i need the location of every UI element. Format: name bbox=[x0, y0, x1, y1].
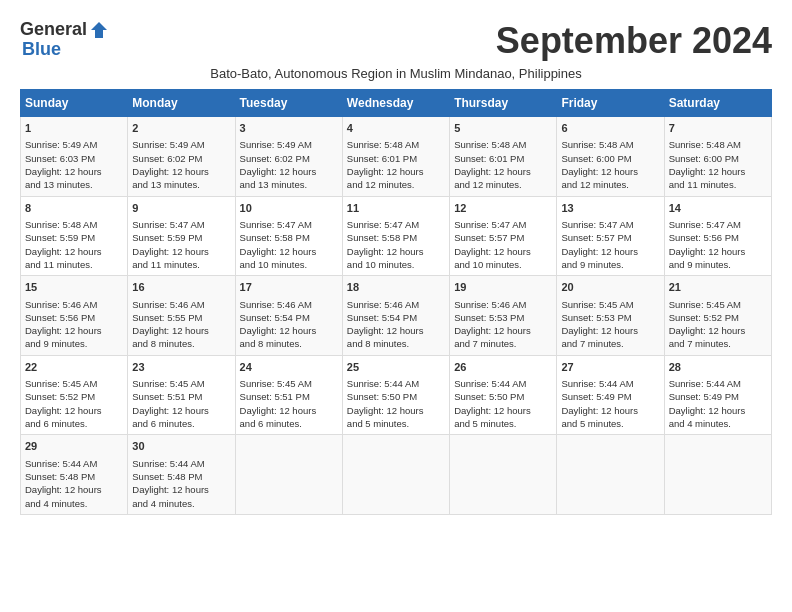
day-info-line: and 5 minutes. bbox=[347, 417, 445, 430]
day-info-line: and 6 minutes. bbox=[132, 417, 230, 430]
day-info-line: and 7 minutes. bbox=[561, 337, 659, 350]
day-info-line: Daylight: 12 hours bbox=[669, 404, 767, 417]
day-info-line: Sunrise: 5:47 AM bbox=[347, 218, 445, 231]
day-info-line: and 7 minutes. bbox=[454, 337, 552, 350]
day-number: 1 bbox=[25, 121, 123, 136]
day-info-line: Sunset: 5:51 PM bbox=[240, 390, 338, 403]
day-number: 12 bbox=[454, 201, 552, 216]
calendar-cell: 28Sunrise: 5:44 AMSunset: 5:49 PMDayligh… bbox=[664, 355, 771, 435]
day-info-line: Daylight: 12 hours bbox=[132, 165, 230, 178]
svg-marker-0 bbox=[91, 22, 107, 38]
day-info-line: Sunrise: 5:49 AM bbox=[132, 138, 230, 151]
calendar-cell: 30Sunrise: 5:44 AMSunset: 5:48 PMDayligh… bbox=[128, 435, 235, 515]
day-info-line: Sunrise: 5:44 AM bbox=[347, 377, 445, 390]
day-number: 13 bbox=[561, 201, 659, 216]
day-info-line: and 6 minutes. bbox=[25, 417, 123, 430]
calendar-cell: 10Sunrise: 5:47 AMSunset: 5:58 PMDayligh… bbox=[235, 196, 342, 276]
day-info-line: Sunset: 6:02 PM bbox=[240, 152, 338, 165]
calendar-week-1: 8Sunrise: 5:48 AMSunset: 5:59 PMDaylight… bbox=[21, 196, 772, 276]
calendar-cell bbox=[235, 435, 342, 515]
day-number: 15 bbox=[25, 280, 123, 295]
day-number: 4 bbox=[347, 121, 445, 136]
day-info-line: and 6 minutes. bbox=[240, 417, 338, 430]
calendar-cell: 15Sunrise: 5:46 AMSunset: 5:56 PMDayligh… bbox=[21, 276, 128, 356]
day-info-line: Sunrise: 5:49 AM bbox=[240, 138, 338, 151]
day-info-line: Sunrise: 5:46 AM bbox=[25, 298, 123, 311]
day-number: 18 bbox=[347, 280, 445, 295]
day-info-line: Daylight: 12 hours bbox=[561, 404, 659, 417]
day-info-line: Daylight: 12 hours bbox=[561, 165, 659, 178]
day-info-line: Sunrise: 5:46 AM bbox=[132, 298, 230, 311]
day-info-line: Daylight: 12 hours bbox=[347, 404, 445, 417]
day-info-line: and 8 minutes. bbox=[347, 337, 445, 350]
day-info-line: Sunrise: 5:47 AM bbox=[132, 218, 230, 231]
day-info-line: Daylight: 12 hours bbox=[25, 324, 123, 337]
day-info-line: Sunset: 5:56 PM bbox=[669, 231, 767, 244]
day-number: 7 bbox=[669, 121, 767, 136]
day-info-line: Sunset: 5:52 PM bbox=[25, 390, 123, 403]
header-cell-wednesday: Wednesday bbox=[342, 90, 449, 117]
day-info-line: and 4 minutes. bbox=[132, 497, 230, 510]
day-info-line: Sunset: 6:00 PM bbox=[669, 152, 767, 165]
day-info-line: Sunset: 5:54 PM bbox=[347, 311, 445, 324]
day-info-line: Daylight: 12 hours bbox=[347, 245, 445, 258]
day-info-line: Sunrise: 5:47 AM bbox=[454, 218, 552, 231]
header: General Blue September 2024 bbox=[20, 20, 772, 62]
calendar-cell: 21Sunrise: 5:45 AMSunset: 5:52 PMDayligh… bbox=[664, 276, 771, 356]
day-info-line: and 13 minutes. bbox=[25, 178, 123, 191]
day-info-line: and 13 minutes. bbox=[132, 178, 230, 191]
logo: General Blue bbox=[20, 20, 109, 60]
header-cell-sunday: Sunday bbox=[21, 90, 128, 117]
day-info-line: Daylight: 12 hours bbox=[25, 165, 123, 178]
day-info-line: Sunset: 5:55 PM bbox=[132, 311, 230, 324]
day-info-line: and 7 minutes. bbox=[669, 337, 767, 350]
day-number: 27 bbox=[561, 360, 659, 375]
logo-blue: Blue bbox=[22, 40, 61, 60]
calendar-cell: 1Sunrise: 5:49 AMSunset: 6:03 PMDaylight… bbox=[21, 117, 128, 197]
day-info-line: and 8 minutes. bbox=[240, 337, 338, 350]
calendar-cell bbox=[664, 435, 771, 515]
day-info-line: Sunset: 5:53 PM bbox=[454, 311, 552, 324]
calendar-week-4: 29Sunrise: 5:44 AMSunset: 5:48 PMDayligh… bbox=[21, 435, 772, 515]
day-number: 6 bbox=[561, 121, 659, 136]
day-info-line: Sunset: 5:57 PM bbox=[454, 231, 552, 244]
day-number: 2 bbox=[132, 121, 230, 136]
day-info-line: Sunset: 5:53 PM bbox=[561, 311, 659, 324]
day-info-line: and 9 minutes. bbox=[561, 258, 659, 271]
day-info-line: and 4 minutes. bbox=[25, 497, 123, 510]
calendar-table: SundayMondayTuesdayWednesdayThursdayFrid… bbox=[20, 89, 772, 515]
day-info-line: Daylight: 12 hours bbox=[669, 245, 767, 258]
day-info-line: Sunrise: 5:46 AM bbox=[240, 298, 338, 311]
calendar-cell: 2Sunrise: 5:49 AMSunset: 6:02 PMDaylight… bbox=[128, 117, 235, 197]
calendar-cell bbox=[557, 435, 664, 515]
calendar-cell: 7Sunrise: 5:48 AMSunset: 6:00 PMDaylight… bbox=[664, 117, 771, 197]
day-number: 22 bbox=[25, 360, 123, 375]
day-info-line: Sunset: 5:51 PM bbox=[132, 390, 230, 403]
calendar-week-0: 1Sunrise: 5:49 AMSunset: 6:03 PMDaylight… bbox=[21, 117, 772, 197]
day-number: 24 bbox=[240, 360, 338, 375]
day-number: 26 bbox=[454, 360, 552, 375]
calendar-cell: 24Sunrise: 5:45 AMSunset: 5:51 PMDayligh… bbox=[235, 355, 342, 435]
day-info-line: Sunset: 5:50 PM bbox=[347, 390, 445, 403]
day-info-line: Sunset: 5:54 PM bbox=[240, 311, 338, 324]
day-number: 8 bbox=[25, 201, 123, 216]
calendar-cell: 22Sunrise: 5:45 AMSunset: 5:52 PMDayligh… bbox=[21, 355, 128, 435]
day-number: 11 bbox=[347, 201, 445, 216]
calendar-cell bbox=[450, 435, 557, 515]
day-info-line: Daylight: 12 hours bbox=[240, 245, 338, 258]
day-info-line: Daylight: 12 hours bbox=[454, 404, 552, 417]
day-info-line: Daylight: 12 hours bbox=[132, 483, 230, 496]
subtitle: Bato-Bato, Autonomous Region in Muslim M… bbox=[20, 66, 772, 81]
day-info-line: Sunrise: 5:48 AM bbox=[561, 138, 659, 151]
day-info-line: and 8 minutes. bbox=[132, 337, 230, 350]
day-info-line: Sunrise: 5:44 AM bbox=[561, 377, 659, 390]
day-info-line: Daylight: 12 hours bbox=[132, 245, 230, 258]
calendar-cell: 9Sunrise: 5:47 AMSunset: 5:59 PMDaylight… bbox=[128, 196, 235, 276]
day-info-line: Sunset: 5:52 PM bbox=[669, 311, 767, 324]
day-info-line: and 12 minutes. bbox=[454, 178, 552, 191]
day-info-line: Sunrise: 5:47 AM bbox=[561, 218, 659, 231]
day-number: 20 bbox=[561, 280, 659, 295]
day-info-line: Sunset: 5:48 PM bbox=[25, 470, 123, 483]
day-info-line: Daylight: 12 hours bbox=[25, 483, 123, 496]
day-info-line: and 10 minutes. bbox=[454, 258, 552, 271]
